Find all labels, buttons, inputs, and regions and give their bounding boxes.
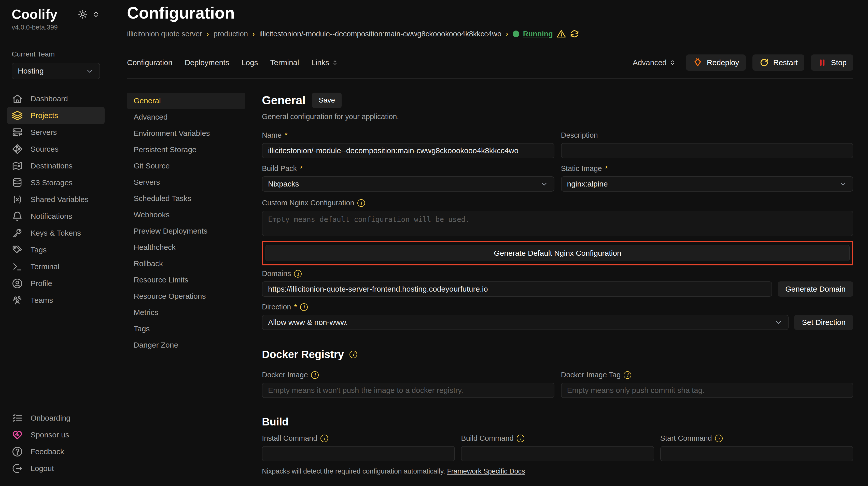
subnav-metrics[interactable]: Metrics [127, 304, 245, 321]
generate-domain-button[interactable]: Generate Domain [778, 282, 853, 297]
name-input[interactable] [262, 143, 554, 158]
tab-configuration[interactable]: Configuration [127, 58, 172, 67]
subnav-preview-deployments[interactable]: Preview Deployments [127, 223, 245, 239]
sidebar-item-shared-variables[interactable]: Shared Variables [7, 191, 104, 208]
refresh-icon[interactable] [570, 29, 579, 39]
info-icon[interactable] [294, 270, 302, 278]
sidebar-item-feedback[interactable]: Feedback [7, 443, 104, 460]
sidebar-item-s3-storages[interactable]: S3 Storages [7, 174, 104, 191]
subnav-persistent-storage[interactable]: Persistent Storage [127, 141, 245, 158]
save-button[interactable]: Save [312, 93, 342, 108]
breadcrumb-separator: › [207, 30, 209, 38]
breadcrumb: illicitonion quote server › production ›… [127, 29, 853, 39]
sidebar-item-onboarding[interactable]: Onboarding [7, 410, 104, 426]
docker-image-input[interactable] [262, 383, 554, 398]
build-pack-label: Build Pack* [262, 164, 554, 173]
sidebar-item-profile[interactable]: Profile [7, 275, 104, 292]
generate-nginx-config-button[interactable]: Generate Default Nginx Configuration [266, 245, 850, 261]
tab-deployments[interactable]: Deployments [185, 58, 229, 67]
chevron-down-icon [540, 180, 548, 188]
start-command-input[interactable] [660, 446, 853, 461]
breadcrumb-environment[interactable]: production [214, 30, 248, 38]
info-icon[interactable] [358, 199, 365, 207]
general-form: General Save General configuration for y… [262, 93, 853, 486]
static-image-select[interactable]: nginx:alpine [561, 176, 854, 192]
team-select[interactable]: Hosting [12, 63, 100, 79]
subnav-git-source[interactable]: Git Source [127, 158, 245, 174]
build-command-input[interactable] [461, 446, 654, 461]
breadcrumb-application[interactable]: illicitestonion/-module--decomposition:m… [259, 30, 501, 38]
docker-image-tag-input[interactable] [561, 383, 854, 398]
tab-links[interactable]: Links [311, 58, 338, 67]
info-icon[interactable] [349, 351, 357, 358]
bell-icon [12, 211, 23, 222]
sidebar-item-notifications[interactable]: Notifications [7, 208, 104, 225]
sidebar-item-sources[interactable]: Sources [7, 141, 104, 158]
subnav-healthcheck[interactable]: Healthcheck [127, 239, 245, 256]
sidebar-item-projects[interactable]: Projects [7, 107, 104, 124]
info-icon[interactable] [715, 434, 723, 442]
subnav-servers[interactable]: Servers [127, 174, 245, 190]
sidebar: Coolify v4.0.0-beta.399 Current Team Hos… [0, 0, 111, 486]
subnav-danger-zone[interactable]: Danger Zone [127, 337, 245, 353]
logo-row: Coolify v4.0.0-beta.399 [12, 7, 100, 31]
info-icon[interactable] [320, 434, 328, 442]
page-title: Configuration [127, 4, 853, 22]
build-pack-select[interactable]: Nixpacks [262, 176, 554, 192]
subnav-resource-limits[interactable]: Resource Limits [127, 272, 245, 288]
subnav-general[interactable]: General [127, 93, 245, 109]
nginx-config-textarea[interactable] [262, 211, 853, 236]
subnav-webhooks[interactable]: Webhooks [127, 206, 245, 223]
variable-icon [12, 194, 23, 205]
map-icon [12, 160, 23, 171]
subnav-resource-operations[interactable]: Resource Operations [127, 288, 245, 304]
domains-label: Domains [262, 269, 853, 278]
info-icon[interactable] [311, 371, 319, 379]
tab-terminal[interactable]: Terminal [270, 58, 299, 67]
set-direction-button[interactable]: Set Direction [794, 315, 853, 330]
chevron-updown-icon [669, 59, 676, 66]
subnav-environment-variables[interactable]: Environment Variables [127, 125, 245, 141]
redeploy-button[interactable]: Redeploy [686, 55, 746, 71]
info-icon[interactable] [624, 371, 631, 379]
restart-icon [759, 58, 769, 68]
framework-docs-link[interactable]: Framework Specific Docs [447, 467, 525, 475]
theme-selector-icon[interactable] [92, 10, 100, 18]
docker-registry-heading: Docker Registry [262, 348, 853, 361]
advanced-dropdown[interactable]: Advanced [632, 58, 676, 67]
info-icon[interactable] [517, 434, 524, 442]
sidebar-item-tags[interactable]: Tags [7, 241, 104, 258]
subnav-scheduled-tasks[interactable]: Scheduled Tasks [127, 190, 245, 206]
build-heading: Build [262, 416, 853, 428]
theme-sun-icon[interactable] [78, 9, 88, 19]
status-running-link[interactable]: Running [523, 30, 553, 38]
sidebar-item-sponsor[interactable]: Sponsor us [7, 426, 104, 443]
install-command-input[interactable] [262, 446, 455, 461]
sidebar-item-keys-tokens[interactable]: Keys & Tokens [7, 225, 104, 241]
breadcrumb-project[interactable]: illicitonion quote server [127, 30, 202, 38]
subnav-rollback[interactable]: Rollback [127, 256, 245, 272]
sidebar-item-destinations[interactable]: Destinations [7, 158, 104, 174]
database-icon [12, 177, 23, 188]
sidebar-item-terminal[interactable]: Terminal [7, 258, 104, 275]
sidebar-item-teams[interactable]: Teams [7, 292, 104, 309]
description-input[interactable] [561, 143, 854, 158]
sidebar-item-dashboard[interactable]: Dashboard [7, 90, 104, 107]
sidebar-item-logout[interactable]: Logout [7, 460, 104, 477]
restart-button[interactable]: Restart [752, 55, 805, 71]
domains-input[interactable] [262, 282, 772, 297]
stop-button[interactable]: Stop [811, 55, 853, 71]
subnav-advanced[interactable]: Advanced [127, 109, 245, 125]
chevron-down-icon [85, 67, 94, 75]
user-icon [12, 278, 23, 289]
chevron-down-icon [839, 180, 847, 188]
tab-logs[interactable]: Logs [242, 58, 258, 67]
tabs-bar: Configuration Deployments Logs Terminal … [127, 55, 853, 79]
direction-select[interactable]: Allow www & non-www. [262, 315, 788, 330]
annotation-highlight-box: Generate Default Nginx Configuration [262, 241, 853, 265]
warning-icon[interactable] [556, 29, 566, 39]
sidebar-item-servers[interactable]: Servers [7, 124, 104, 141]
docker-image-label: Docker Image [262, 371, 554, 379]
subnav-tags[interactable]: Tags [127, 321, 245, 337]
info-icon[interactable] [300, 303, 308, 311]
